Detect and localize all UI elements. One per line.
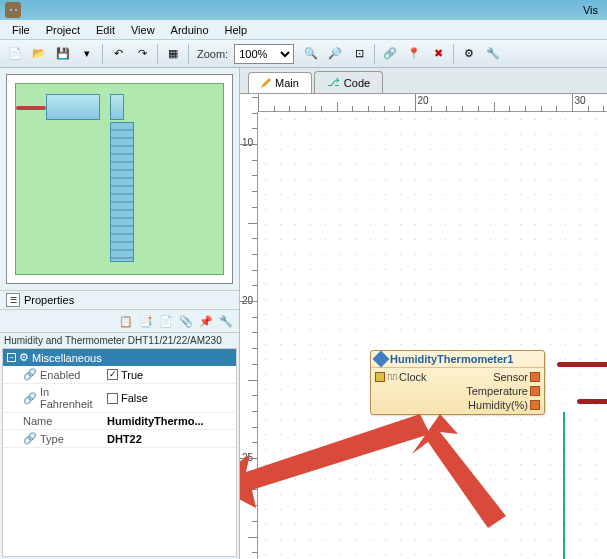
pencil-icon [261,78,271,88]
menu-arduino[interactable]: Arduino [163,22,217,38]
window-title: Vis [26,4,602,16]
preview-chip [110,122,134,262]
tab-code[interactable]: ⎇ Code [314,71,383,93]
wire [563,412,565,559]
clock-icon: ⎍⎍ [387,372,397,382]
delete-button[interactable]: ✖ [427,43,449,65]
preview-chip [46,94,100,120]
checkbox-checked-icon[interactable]: ✓ [107,369,118,380]
titlebar: 👓 Vis [0,0,607,20]
separator [453,44,454,64]
port-out-icon [530,386,540,396]
menubar: File Project Edit View Arduino Help [0,20,607,40]
property-row-enabled[interactable]: 🔗Enabled ✓True [3,366,236,384]
save-button[interactable]: 💾 [52,43,74,65]
app-icon: 👓 [5,2,21,18]
preview-pane[interactable] [6,74,233,284]
property-row-name[interactable]: Name HumidityThermo... [3,413,236,430]
run-button[interactable]: ⚙ [458,43,480,65]
prop-btn-2[interactable]: 📑 [137,312,155,330]
prop-btn-3[interactable]: 📄 [157,312,175,330]
undo-button[interactable]: ↶ [107,43,129,65]
separator [102,44,103,64]
ruler-horizontal: 20 30 [258,94,607,112]
pin-temperature[interactable]: Temperature [464,384,542,398]
menu-file[interactable]: File [4,22,38,38]
canvas-area: Main ⎇ Code 20 30 10 20 25 HumidityTherm [240,68,607,559]
tool-button-2[interactable]: 📍 [403,43,425,65]
menu-view[interactable]: View [123,22,163,38]
menu-help[interactable]: Help [217,22,256,38]
zoom-select[interactable]: 100% [234,44,294,64]
pin-clock[interactable]: ⎍⎍Clock [373,370,464,384]
new-button[interactable]: 📄 [4,43,26,65]
link-icon: 🔗 [23,392,37,405]
annotation-arrow [380,414,520,536]
preview-wire [16,106,46,110]
prop-btn-pin[interactable]: 📌 [197,312,215,330]
pin-humidity[interactable]: Humidity(%) [464,398,542,412]
properties-icon: ☰ [6,293,20,307]
properties-title: Properties [24,294,74,306]
wire [557,362,607,367]
prop-btn-1[interactable]: 📋 [117,312,135,330]
zoom-in-button[interactable]: 🔍 [300,43,322,65]
save-dropdown[interactable]: ▾ [76,43,98,65]
pin-sensor[interactable]: Sensor [464,370,542,384]
toolbar: 📄 📂 💾 ▾ ↶ ↷ ▦ Zoom: 100% 🔍 🔎 ⊡ 🔗 📍 ✖ ⚙ 🔧 [0,40,607,68]
menu-project[interactable]: Project [38,22,88,38]
properties-header[interactable]: ☰ Properties [0,290,239,310]
zoom-out-button[interactable]: 🔎 [324,43,346,65]
property-group-misc[interactable]: − ⚙ Miscellaneous [3,349,236,366]
preview-chip [110,94,124,120]
svg-marker-1 [412,414,506,528]
preview-content [15,83,224,275]
component-icon [373,351,390,368]
left-panel: ☰ Properties 📋 📑 📄 📎 📌 🔧 Humidity and Th… [0,68,240,559]
collapse-icon[interactable]: − [7,353,16,362]
port-out-icon [530,400,540,410]
zoom-label: Zoom: [197,48,228,60]
workarea: ☰ Properties 📋 📑 📄 📎 📌 🔧 Humidity and Th… [0,68,607,559]
menu-edit[interactable]: Edit [88,22,123,38]
tool-button-1[interactable]: 🔗 [379,43,401,65]
property-row-type[interactable]: 🔗Type DHT22 [3,430,236,448]
node-header[interactable]: HumidityThermometer1 [371,351,544,368]
grid-button[interactable]: ▦ [162,43,184,65]
checkbox-unchecked-icon[interactable] [107,393,118,404]
prop-btn-tool[interactable]: 🔧 [217,312,235,330]
separator [374,44,375,64]
tab-main[interactable]: Main [248,72,312,93]
node-title: HumidityThermometer1 [390,353,513,365]
zoom-fit-button[interactable]: ⊡ [348,43,370,65]
redo-button[interactable]: ↷ [131,43,153,65]
design-canvas[interactable]: 20 30 10 20 25 HumidityThermometer1 ⎍⎍Cl… [240,94,607,559]
property-row-fahrenheit[interactable]: 🔗In Fahrenheit False [3,384,236,413]
port-in-icon [375,372,385,382]
wire [577,399,607,404]
component-title: Humidity and Thermometer DHT11/21/22/AM2… [0,333,239,348]
separator [157,44,158,64]
group-label: Miscellaneous [32,352,102,364]
prop-btn-4[interactable]: 📎 [177,312,195,330]
link-icon: 🔗 [23,368,37,381]
open-button[interactable]: 📂 [28,43,50,65]
port-out-icon [530,372,540,382]
link-icon: 🔗 [23,432,37,445]
config-button[interactable]: 🔧 [482,43,504,65]
properties-toolbar: 📋 📑 📄 📎 📌 🔧 [0,310,239,333]
separator [188,44,189,64]
properties-tree: − ⚙ Miscellaneous 🔗Enabled ✓True 🔗In Fah… [2,348,237,557]
design-tabstrip: Main ⎇ Code [240,68,607,94]
code-icon: ⎇ [327,76,340,89]
gear-icon: ⚙ [19,351,29,364]
